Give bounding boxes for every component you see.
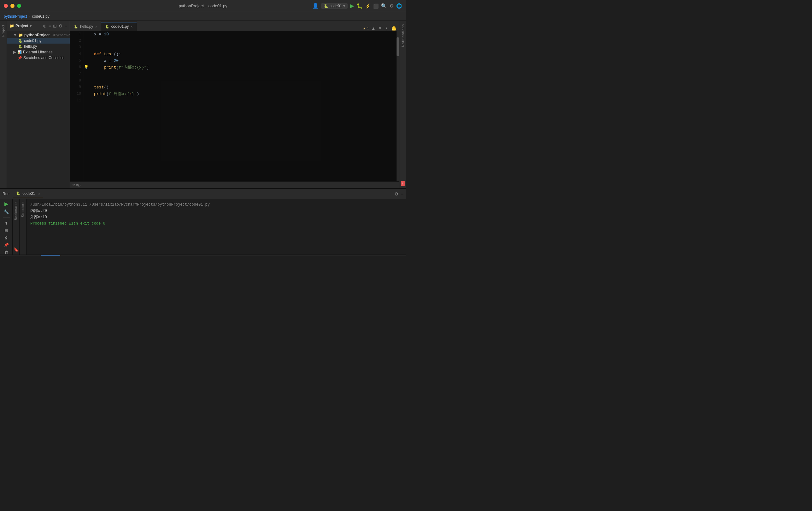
globe-icon[interactable]: 🌐 (396, 3, 402, 9)
tab-code01[interactable]: 🐍 code01.py × (101, 22, 137, 31)
expand-arrow-ext: ▶ (13, 50, 16, 54)
tree-item-hello[interactable]: 🐍 hello.py (7, 44, 70, 49)
add-icon[interactable]: ⊕ (43, 23, 47, 28)
line-num-4: 4 (70, 51, 81, 57)
scratches-label: Scratches and Consoles (23, 56, 64, 60)
tab-right-actions: ▲ 1 ▲ ▼ ⋮ 🔔 (362, 26, 399, 31)
external-icon: 📊 (17, 50, 22, 54)
main-layout: Project 📁 Project ▾ ⊕ ≡ ⊞ ⚙ − ▼ 📁 python… (0, 21, 406, 188)
tab-run[interactable]: ▶ Run (41, 255, 60, 256)
run-config-dropdown[interactable]: 🐍 code01 ▾ (321, 3, 348, 9)
run-panel: Run: 🐍 code01 × ⚙ − ▶ 🔧 ⬆ ⊞ 🖨 📌 🗑 Bookma… (0, 188, 406, 254)
tab-services[interactable]: ⚙ Services (226, 255, 254, 256)
line-num-3: 3 (70, 44, 81, 51)
project-path: ~/PycharmProjects/pythonPr… (51, 33, 70, 37)
tab-version-control[interactable]: ⎇ Version Control (1, 255, 41, 256)
code-editor[interactable]: 1 2 3 4 5 6 7 8 9 10 11 💡 (70, 31, 399, 181)
breadcrumb-file[interactable]: code01.py (32, 14, 49, 19)
close-button[interactable] (4, 4, 8, 8)
more-tabs-icon[interactable]: ⋮ (384, 26, 389, 31)
tree-item-project[interactable]: ▼ 📁 pythonProject ~/PycharmProjects/pyth… (7, 32, 70, 38)
bookmarks-strip: Bookmarks 🔖 (12, 199, 20, 254)
output-line-4: Process finished with exit code 0 (30, 220, 402, 227)
settings-icon[interactable]: ⚙ (59, 23, 63, 28)
project-name: pythonProject (24, 33, 50, 37)
code-line-4: def test(): (94, 51, 399, 57)
editor-breadcrumb: test() (70, 181, 399, 188)
run-table-icon[interactable]: ⊞ (2, 228, 10, 233)
tree-item-scratches[interactable]: 📌 Scratches and Consoles (7, 55, 70, 61)
stop-icon[interactable]: ⬛ (373, 3, 379, 8)
output-line-2: 外部x:10 (30, 214, 402, 220)
chevron-down-icon2[interactable]: ▼ (378, 26, 382, 31)
tab-close-code01[interactable]: × (130, 25, 133, 28)
chevron-up-icon[interactable]: ▲ (371, 26, 375, 31)
tab-close-hello[interactable]: × (95, 25, 97, 28)
chevron-icon: ▾ (30, 24, 32, 28)
line-num-10: 10 (70, 91, 81, 97)
minimize-button[interactable] (10, 4, 14, 8)
run-play-button[interactable]: ▶ (2, 201, 10, 207)
output-line-1: 内部x:20 (30, 208, 402, 214)
run-config-icon: 🐍 (324, 4, 328, 8)
toolbar-right: 👤 🐍 code01 ▾ ▶ 🐛 ⚡ ⬛ 🔍 ⚙ 🌐 (312, 3, 402, 9)
sidebar-actions: ⊕ ≡ ⊞ ⚙ − (43, 23, 67, 28)
run-print-icon[interactable]: 🖨 (2, 235, 10, 240)
filter-icon[interactable]: ⊞ (53, 23, 57, 28)
code-line-11 (94, 97, 399, 104)
line-num-2: 2 (70, 37, 81, 44)
code-content[interactable]: x = 10 def test(): xxxxx = 20 xxxxprint(… (90, 31, 399, 181)
tab-terminal[interactable]: ⬛ Terminal (198, 255, 226, 256)
sidebar-header: 📁 Project ▾ ⊕ ≡ ⊞ ⚙ − (7, 21, 70, 31)
run-sidebar: ▶ 🔧 ⬆ ⊞ 🖨 📌 🗑 (0, 199, 12, 254)
tree-item-code01[interactable]: 🐍 code01.py (7, 38, 70, 44)
chevron-down-icon: ▾ (343, 4, 345, 8)
run-wrench-icon[interactable]: 🔧 (2, 209, 10, 214)
title-bar: pythonProject – code01.py 👤 🐍 code01 ▾ ▶… (0, 0, 406, 12)
gear-icon[interactable]: ⚙ (389, 3, 394, 9)
editor-area: 🐍 hello.py × 🐍 code01.py × ▲ 1 ▲ ▼ ⋮ 🔔 (70, 21, 399, 188)
collapse-icon[interactable]: ≡ (49, 23, 51, 28)
run-pin-icon[interactable]: 📌 (2, 243, 10, 247)
maximize-button[interactable] (17, 4, 21, 8)
run-config-label: code01 (330, 4, 342, 8)
search-icon[interactable]: 🔍 (381, 3, 387, 9)
tab-problems[interactable]: ⚠ Problems (169, 255, 198, 256)
run-header: Run: 🐍 code01 × ⚙ − (0, 189, 406, 199)
tab-icon-hello: 🐍 (74, 25, 78, 29)
tree-item-external[interactable]: ▶ 📊 External Libraries (7, 49, 70, 55)
run-tabs: Run: 🐍 code01 × (2, 189, 43, 198)
bookmarks-label: Bookmarks (14, 199, 18, 223)
notifications-icon[interactable]: 🔔 (391, 26, 397, 31)
py-icon-code01: 🐍 (18, 39, 23, 43)
bookmark-icon[interactable]: 🔖 (13, 247, 19, 252)
profile-icon[interactable]: ⚡ (365, 3, 371, 8)
run-icon[interactable]: ▶ (350, 3, 354, 9)
code-line-5: xxxxx = 20 (94, 57, 399, 64)
function-breadcrumb: test() (72, 183, 81, 187)
run-settings-icon[interactable]: ⚙ (394, 191, 399, 196)
line-num-5: 5 (70, 57, 81, 64)
external-label: External Libraries (23, 50, 52, 54)
run-tab-label: code01 (22, 191, 35, 196)
line-num-8: 8 (70, 77, 81, 84)
code-line-7 (94, 71, 399, 77)
run-tab-close[interactable]: × (38, 192, 40, 195)
minimize-panel-icon[interactable]: − (65, 23, 67, 28)
tab-todo[interactable]: ☑ TODO (104, 255, 127, 256)
tab-python-console[interactable]: 🐍 Python Console (128, 255, 169, 256)
tab-hello[interactable]: 🐍 hello.py × (70, 22, 101, 31)
run-scroll-icon[interactable]: ⬆ (2, 221, 10, 225)
hint-bulb-icon[interactable]: 💡 (84, 64, 89, 71)
user-icon[interactable]: 👤 (312, 3, 319, 9)
tab-python-packages[interactable]: 📦 Python Packages (60, 255, 104, 256)
code-line-8 (94, 77, 399, 84)
project-folder-icon: 📁 (18, 33, 23, 37)
breadcrumb-project[interactable]: pythonProject (4, 14, 27, 19)
code-line-2 (94, 37, 399, 44)
run-close-icon[interactable]: − (401, 191, 404, 196)
debug-icon[interactable]: 🐛 (356, 3, 363, 9)
run-trash-icon[interactable]: 🗑 (2, 250, 10, 254)
run-tab-code01[interactable]: 🐍 code01 × (13, 189, 43, 198)
notification-badge[interactable]: ! (401, 181, 405, 186)
